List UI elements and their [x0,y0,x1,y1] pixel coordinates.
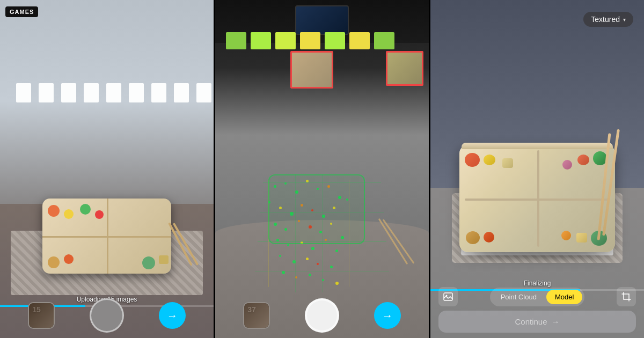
continue-button[interactable]: Continue → [438,311,636,333]
point-cloud-btn[interactable]: Point Cloud [492,290,545,304]
continue-label: Continue [515,317,547,326]
marker-8 [174,83,189,102]
marker-6 [129,83,144,102]
games-logo: GAMES [5,6,38,17]
ar-markers [16,83,211,102]
bento-box-1 [42,199,171,274]
view-mode-toggle: Point Cloud Model [490,288,585,306]
sticky-7 [374,32,394,49]
crop-icon [621,292,631,302]
bento-outline-pointcloud [268,174,365,244]
textured-button[interactable]: Textured ▾ [583,12,633,27]
marker-9 [196,83,211,102]
view-controls: Point Cloud Model [438,287,636,306]
frame-photo-1 [290,51,333,89]
sticky-6 [349,32,370,49]
shutter-button-1[interactable] [90,298,124,333]
marker-3 [61,83,76,102]
shutter-button-2[interactable] [305,298,339,333]
panel-3-controls: Point Cloud Model Continue → [430,287,644,333]
bento-3d [459,129,615,252]
next-button-1[interactable]: → [159,302,186,329]
finalizing-text: Finalizing [524,280,551,287]
marker-5 [106,83,121,102]
panel-scanning: GAMES [0,0,215,338]
next-button-2[interactable]: → [374,302,401,329]
sticky-notes [215,32,429,49]
sticky-3 [275,32,296,49]
image-icon-button[interactable] [438,287,458,306]
marker-2 [39,83,54,102]
chevron-down-icon: ▾ [623,17,626,23]
sticky-5 [325,32,345,49]
crop-icon-button[interactable] [617,287,636,306]
panel-2-controls: 37 → [215,298,429,333]
pointcloud-area [252,153,392,303]
marker-7 [151,83,166,102]
sticky-4 [300,32,320,49]
panel-1-controls: 15 → [0,298,214,333]
app-container: GAMES [0,0,644,338]
panel-pointcloud: ✦ RealityScan [215,0,430,338]
marker-4 [84,83,99,102]
monitor [295,5,349,35]
next-arrow-1: → [167,310,178,322]
next-arrow-2: → [382,310,393,322]
sticky-2 [251,32,271,49]
image-icon [443,292,453,302]
marker-1 [16,83,31,102]
frame-photo-2 [386,51,423,86]
panel-model: Textured ▾ [430,0,644,338]
continue-arrow: → [552,317,560,326]
model-btn[interactable]: Model [546,290,582,304]
thumbnail-1[interactable]: 15 [28,302,55,329]
thumbnail-2[interactable]: 37 [243,302,270,329]
textured-label: Textured [591,15,620,24]
sticky-1 [226,32,246,49]
